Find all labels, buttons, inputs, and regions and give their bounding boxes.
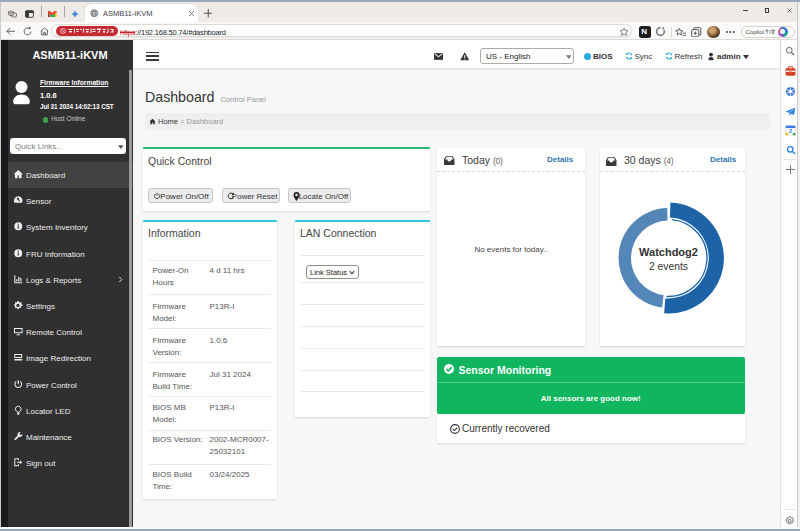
svg-text:2: 2	[788, 128, 791, 134]
svg-text:Watchdog2: Watchdog2	[639, 246, 698, 258]
svg-text:2 events: 2 events	[649, 261, 688, 272]
